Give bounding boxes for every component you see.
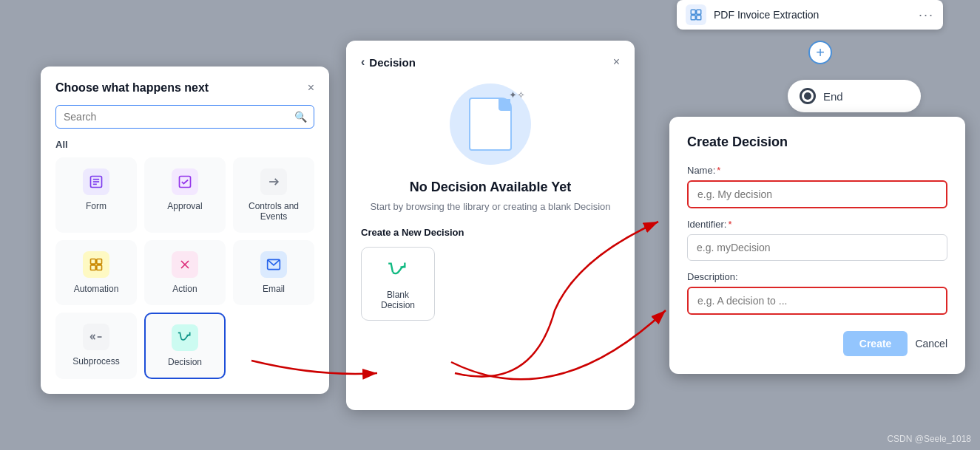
grid-item-form[interactable]: Form bbox=[55, 157, 137, 233]
grid-item-decision[interactable]: Decision bbox=[144, 313, 226, 379]
decision-panel-title: Decision bbox=[369, 56, 416, 69]
description-field-label: Description: bbox=[687, 271, 947, 282]
svg-rect-1 bbox=[697, 10, 701, 14]
pdf-card-icon bbox=[686, 4, 706, 25]
doc-shape bbox=[469, 98, 512, 151]
email-label: Email bbox=[263, 284, 285, 294]
search-input[interactable] bbox=[55, 105, 314, 129]
doc-corner bbox=[499, 99, 510, 111]
end-dot-icon bbox=[800, 88, 816, 104]
identifier-input[interactable] bbox=[687, 234, 947, 261]
subprocess-icon bbox=[83, 324, 109, 350]
cancel-button[interactable]: Cancel bbox=[915, 331, 947, 356]
form-label: Form bbox=[86, 201, 107, 211]
controls-events-label: Controls and Events bbox=[240, 201, 308, 222]
email-icon bbox=[260, 251, 287, 278]
back-chevron-icon: ‹ bbox=[361, 55, 365, 69]
search-wrapper: 🔍 bbox=[55, 105, 314, 129]
svg-rect-2 bbox=[691, 16, 695, 20]
decision-illustration-container: ✦✧ bbox=[361, 83, 620, 165]
items-grid: Form Approval Controls and Events bbox=[55, 157, 314, 379]
choose-panel-header: Choose what happens next × bbox=[55, 81, 314, 95]
no-decision-title: No Decision Available Yet bbox=[361, 180, 620, 195]
decision-illustration: ✦✧ bbox=[450, 83, 531, 165]
blank-decision-label: BlankDecision bbox=[381, 290, 415, 310]
end-label: End bbox=[823, 90, 843, 103]
grid-item-automation[interactable]: Automation bbox=[55, 240, 137, 305]
subprocess-label: Subprocess bbox=[72, 356, 119, 367]
description-input[interactable] bbox=[687, 287, 947, 315]
grid-item-action[interactable]: Action bbox=[144, 240, 226, 305]
automation-icon bbox=[83, 251, 109, 278]
decision-panel: ‹ Decision × ✦✧ No Decision Available Ye… bbox=[346, 41, 635, 410]
create-new-label: Create a New Decision bbox=[361, 227, 620, 238]
all-label: All bbox=[55, 139, 314, 150]
end-node: End bbox=[788, 80, 921, 112]
decision-panel-header: ‹ Decision × bbox=[361, 55, 620, 69]
back-button[interactable]: ‹ Decision bbox=[361, 55, 416, 69]
identifier-required-indicator: * bbox=[728, 219, 731, 230]
approval-icon bbox=[172, 168, 198, 195]
pdf-invoice-card: PDF Invoice Extraction ··· bbox=[677, 0, 943, 30]
svg-rect-10 bbox=[91, 259, 96, 265]
blank-decision-icon bbox=[385, 257, 411, 284]
name-required-indicator: * bbox=[717, 165, 720, 176]
choose-panel-title: Choose what happens next bbox=[55, 81, 209, 95]
create-button[interactable]: Create bbox=[843, 331, 908, 356]
end-dot-inner bbox=[804, 92, 811, 100]
grid-item-email[interactable]: Email bbox=[233, 240, 314, 305]
svg-rect-3 bbox=[697, 16, 701, 20]
form-actions: Create Cancel bbox=[687, 331, 947, 356]
sparkle-icon: ✦✧ bbox=[509, 89, 525, 100]
automation-label: Automation bbox=[74, 284, 119, 294]
approval-label: Approval bbox=[167, 201, 202, 211]
action-icon bbox=[172, 251, 198, 278]
add-step-button[interactable]: + bbox=[808, 41, 832, 64]
decision-icon bbox=[172, 324, 198, 351]
pdf-card-menu-button[interactable]: ··· bbox=[919, 7, 934, 23]
grid-item-subprocess[interactable]: Subprocess bbox=[55, 313, 137, 379]
create-decision-panel: Create Decision Name:* Identifier:* Desc… bbox=[669, 117, 965, 374]
form-icon bbox=[83, 168, 109, 195]
blank-decision-card[interactable]: BlankDecision bbox=[361, 247, 435, 321]
svg-rect-0 bbox=[691, 10, 695, 14]
no-decision-subtitle: Start by browsing the library or creatin… bbox=[361, 201, 620, 212]
controls-events-icon bbox=[260, 168, 287, 195]
svg-rect-13 bbox=[97, 265, 102, 270]
svg-rect-12 bbox=[91, 265, 96, 270]
action-label: Action bbox=[172, 284, 197, 294]
grid-item-approval[interactable]: Approval bbox=[144, 157, 226, 233]
name-field-label: Name:* bbox=[687, 165, 947, 176]
choose-panel-close-button[interactable]: × bbox=[308, 81, 314, 95]
name-input[interactable] bbox=[687, 180, 947, 208]
identifier-field-label: Identifier:* bbox=[687, 219, 947, 230]
decision-panel-close-button[interactable]: × bbox=[613, 55, 620, 69]
decision-label: Decision bbox=[168, 357, 202, 367]
create-decision-title: Create Decision bbox=[687, 134, 947, 150]
choose-panel: Choose what happens next × 🔍 All Form bbox=[41, 67, 329, 394]
svg-rect-11 bbox=[97, 259, 102, 265]
grid-item-controls-events[interactable]: Controls and Events bbox=[233, 157, 314, 233]
pdf-card-title: PDF Invoice Extraction bbox=[714, 9, 911, 21]
watermark: CSDN @Seele_1018 bbox=[887, 434, 971, 444]
search-icon: 🔍 bbox=[294, 111, 307, 123]
